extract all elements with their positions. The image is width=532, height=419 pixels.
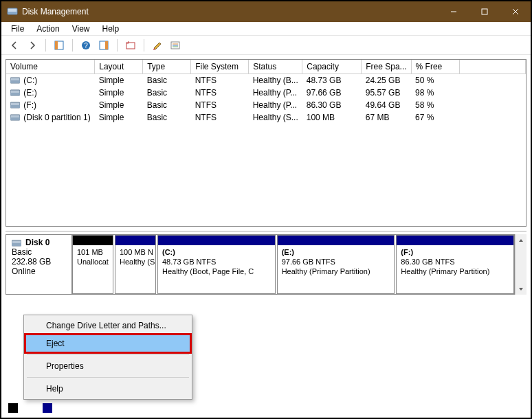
table-cell: Basic (143, 74, 191, 87)
table-cell: 67 % (411, 111, 459, 124)
table-row[interactable]: (F:)SimpleBasicNTFSHealthy (P...86.30 GB… (6, 99, 526, 111)
table-cell: 58 % (411, 99, 459, 111)
table-cell: 100 MB (302, 111, 362, 124)
svg-rect-26 (12, 243, 21, 246)
legend (8, 403, 56, 414)
drive-icon (10, 89, 20, 95)
minimize-button[interactable] (438, 1, 469, 22)
menu-help[interactable]: Help (97, 23, 125, 35)
column-header[interactable]: Type (143, 60, 191, 74)
table-cell: Simple (95, 87, 143, 99)
svg-rect-1 (8, 12, 17, 14)
partition-header-bar (278, 236, 395, 245)
volume-name-cell: (Disk 0 partition 1) (6, 111, 95, 124)
table-cell: NTFS (191, 99, 249, 111)
maximize-button[interactable] (469, 1, 500, 22)
partition-header-bar (397, 236, 513, 245)
scroll-down-icon[interactable] (516, 283, 527, 295)
column-header[interactable]: Free Spa... (362, 60, 411, 74)
scroll-up-icon[interactable] (516, 234, 527, 246)
disk-map-pane: Disk 0 Basic 232.88 GB Online 101 MBUnal… (5, 234, 515, 295)
table-cell: 67 MB (362, 111, 411, 124)
disk-type: Basic (12, 247, 66, 257)
volume-name-cell: (E:) (6, 87, 95, 99)
toolbar-separator (144, 39, 144, 52)
context-menu-item[interactable]: Help (25, 380, 190, 398)
settings-icon[interactable] (168, 38, 183, 53)
properties-icon[interactable] (150, 38, 165, 53)
column-header[interactable]: Volume (6, 60, 95, 74)
partition-block[interactable]: (C:)48.73 GB NTFSHealthy (Boot, Page Fil… (157, 235, 276, 294)
forward-icon[interactable] (25, 38, 40, 53)
table-cell: 86.30 GB (302, 99, 362, 111)
table-row[interactable]: (C:)SimpleBasicNTFSHealthy (B...48.73 GB… (6, 74, 526, 87)
toolbar: ? (1, 36, 531, 55)
context-menu-separator (27, 354, 189, 355)
context-menu-item[interactable]: Change Drive Letter and Paths... (25, 317, 190, 335)
volume-name-cell: (F:) (6, 99, 95, 111)
table-cell: Basic (143, 111, 191, 124)
disk-name: Disk 0 (25, 238, 49, 247)
table-cell: Healthy (B... (249, 74, 302, 87)
partition-body: 101 MBUnallocat (73, 245, 113, 293)
toolbar-separator (72, 39, 73, 52)
partition-block[interactable]: (E:)97.66 GB NTFSHealthy (Primary Partit… (277, 235, 395, 294)
show-hide-action-pane-icon[interactable] (96, 38, 111, 53)
column-header[interactable]: File System (191, 60, 249, 74)
disk-state: Online (12, 267, 66, 276)
close-button[interactable] (500, 1, 531, 22)
app-icon (7, 6, 18, 17)
refresh-icon[interactable] (123, 38, 138, 53)
partition-block[interactable]: 100 MB NHealthy (S (115, 235, 156, 294)
partition-body: (E:)97.66 GB NTFSHealthy (Primary Partit… (278, 245, 395, 293)
volume-list-pane: VolumeLayoutTypeFile SystemStatusCapacit… (5, 59, 527, 227)
legend-swatch-primary (43, 403, 52, 413)
partitions-row: 101 MBUnallocat100 MB NHealthy (S(C:)48.… (72, 235, 514, 294)
table-cell: 24.25 GB (362, 74, 411, 87)
context-menu-item[interactable]: Eject (25, 335, 190, 352)
table-cell: 50 % (411, 74, 459, 87)
disk-label-panel[interactable]: Disk 0 Basic 232.88 GB Online (6, 235, 72, 294)
table-cell (459, 99, 525, 111)
column-header[interactable]: Layout (95, 60, 143, 74)
menu-view[interactable]: View (67, 23, 96, 35)
svg-rect-7 (55, 41, 58, 49)
partition-header-bar (158, 236, 275, 245)
table-header-row: VolumeLayoutTypeFile SystemStatusCapacit… (6, 60, 526, 74)
table-cell (459, 87, 525, 99)
context-menu: Change Drive Letter and Paths...EjectPro… (23, 315, 192, 400)
column-header[interactable]: % Free (411, 60, 459, 74)
menubar: File Action View Help (1, 22, 531, 36)
drive-icon (10, 101, 20, 108)
show-hide-console-tree-icon[interactable] (52, 38, 67, 53)
column-header[interactable]: Capacity (302, 60, 362, 74)
partition-header-bar (73, 236, 113, 245)
titlebar: Disk Management (1, 1, 531, 22)
help-icon[interactable]: ? (78, 38, 93, 53)
table-cell: NTFS (191, 74, 249, 87)
svg-rect-22 (10, 105, 20, 108)
menu-action[interactable]: Action (31, 23, 65, 35)
table-cell: 98 % (411, 87, 459, 99)
table-cell: 95.57 GB (362, 87, 411, 99)
table-cell: NTFS (191, 111, 249, 124)
context-menu-item[interactable]: Properties (25, 357, 190, 375)
table-cell: Basic (143, 99, 191, 111)
partition-block[interactable]: 101 MBUnallocat (72, 235, 113, 294)
back-icon[interactable] (7, 38, 22, 53)
partition-block[interactable]: (F:)86.30 GB NTFSHealthy (Primary Partit… (396, 235, 514, 294)
menu-file[interactable]: File (5, 23, 30, 35)
column-header[interactable]: Status (249, 60, 302, 74)
context-menu-separator (27, 377, 189, 378)
svg-text:?: ? (84, 42, 88, 49)
table-cell: 48.73 GB (302, 74, 362, 87)
vertical-scrollbar[interactable] (515, 234, 527, 295)
svg-rect-18 (10, 80, 20, 83)
table-row[interactable]: (E:)SimpleBasicNTFSHealthy (P...97.66 GB… (6, 87, 526, 99)
toolbar-separator (117, 39, 118, 52)
table-row[interactable]: (Disk 0 partition 1)SimpleBasicNTFSHealt… (6, 111, 526, 124)
column-header-spacer (459, 60, 525, 74)
table-cell (459, 74, 525, 87)
disk-map-wrap: Disk 0 Basic 232.88 GB Online 101 MBUnal… (5, 231, 527, 295)
drive-icon (10, 113, 20, 120)
